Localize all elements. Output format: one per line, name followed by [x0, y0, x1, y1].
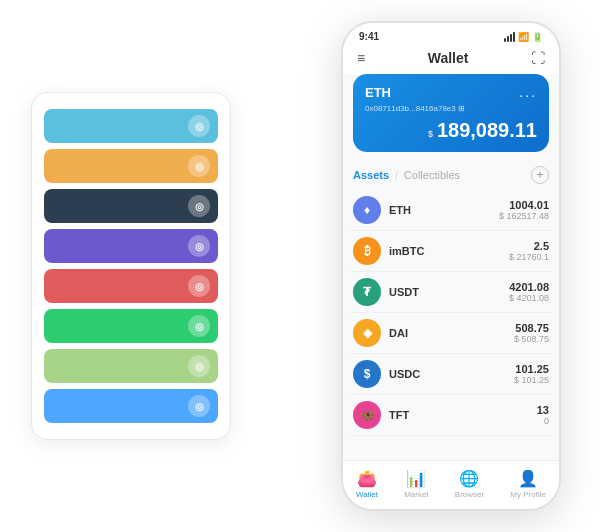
eth-balance: $189,089.11 — [365, 119, 537, 142]
asset-row-dai[interactable]: ◈DAI508.75$ 508.75 — [349, 313, 553, 354]
bottom-nav-icon-wallet: 👛 — [357, 469, 377, 488]
bottom-nav-icon-browser: 🌐 — [459, 469, 479, 488]
bottom-nav: 👛Wallet📊Market🌐Browser👤My Profile — [343, 460, 559, 509]
stack-row-1[interactable]: ◎ — [44, 149, 218, 183]
bottom-nav-icon-market: 📊 — [406, 469, 426, 488]
asset-amount-imbtc: 2.5 — [509, 240, 549, 252]
signal-bar-3 — [510, 34, 512, 42]
bottom-nav-label-browser: Browser — [455, 490, 484, 499]
assets-tab-active[interactable]: Assets — [353, 169, 389, 181]
asset-usd-imbtc: $ 21760.1 — [509, 252, 549, 262]
asset-list: ♦ETH1004.01$ 162517.48₿imBTC2.5$ 21760.1… — [343, 190, 559, 460]
eth-currency: $ — [428, 129, 433, 139]
asset-amount-usdt: 4201.08 — [509, 281, 549, 293]
stack-row-icon-5: ◎ — [188, 315, 210, 337]
signal-bars — [504, 32, 515, 42]
eth-address-icon: ⊞ — [458, 104, 465, 113]
asset-amount-tft: 13 — [537, 404, 549, 416]
signal-bar-4 — [513, 32, 515, 42]
asset-name-imbtc: imBTC — [389, 245, 509, 257]
asset-icon-eth: ♦ — [353, 196, 381, 224]
asset-usd-dai: $ 508.75 — [514, 334, 549, 344]
status-bar: 9:41 📶 🔋 — [343, 23, 559, 46]
stack-row-icon-2: ◎ — [188, 195, 210, 217]
wifi-icon: 📶 — [518, 32, 529, 42]
asset-name-usdc: USDC — [389, 368, 514, 380]
stack-row-icon-4: ◎ — [188, 275, 210, 297]
eth-card: ETH ... 0x08711d3b...8416a78e3 ⊞ $189,08… — [353, 74, 549, 152]
bottom-nav-label-wallet: Wallet — [356, 490, 378, 499]
bottom-nav-item-my-profile[interactable]: 👤My Profile — [510, 469, 546, 499]
asset-usd-usdc: $ 101.25 — [514, 375, 549, 385]
menu-icon[interactable]: ≡ — [357, 50, 365, 66]
stack-row-5[interactable]: ◎ — [44, 309, 218, 343]
asset-usd-usdt: $ 4201.08 — [509, 293, 549, 303]
asset-amount-dai: 508.75 — [514, 322, 549, 334]
asset-row-usdt[interactable]: ₮USDT4201.08$ 4201.08 — [349, 272, 553, 313]
asset-icon-dai: ◈ — [353, 319, 381, 347]
asset-name-dai: DAI — [389, 327, 514, 339]
asset-name-usdt: USDT — [389, 286, 509, 298]
stack-row-4[interactable]: ◎ — [44, 269, 218, 303]
stack-row-3[interactable]: ◎ — [44, 229, 218, 263]
bottom-nav-label-market: Market — [404, 490, 428, 499]
bottom-nav-item-wallet[interactable]: 👛Wallet — [356, 469, 378, 499]
battery-icon: 🔋 — [532, 32, 543, 42]
eth-card-menu[interactable]: ... — [519, 84, 537, 100]
asset-icon-tft: 🦋 — [353, 401, 381, 429]
eth-address-text: 0x08711d3b...8416a78e3 — [365, 104, 456, 113]
eth-card-header: ETH ... — [365, 84, 537, 100]
add-asset-button[interactable]: + — [531, 166, 549, 184]
eth-card-title: ETH — [365, 85, 391, 100]
asset-amounts-tft: 130 — [537, 404, 549, 426]
scene: ◎◎◎◎◎◎◎◎ 9:41 📶 🔋 ≡ Wallet ⛶ — [11, 11, 591, 521]
assets-divider: / — [395, 170, 398, 181]
asset-amount-eth: 1004.01 — [499, 199, 549, 211]
stack-row-icon-7: ◎ — [188, 395, 210, 417]
stack-row-icon-0: ◎ — [188, 115, 210, 137]
assets-tab-collectibles[interactable]: Collectibles — [404, 169, 460, 181]
status-icons: 📶 🔋 — [504, 32, 543, 42]
bottom-nav-item-browser[interactable]: 🌐Browser — [455, 469, 484, 499]
assets-tabs: Assets / Collectibles — [353, 169, 460, 181]
expand-icon[interactable]: ⛶ — [531, 50, 545, 66]
bottom-nav-item-market[interactable]: 📊Market — [404, 469, 428, 499]
stack-row-0[interactable]: ◎ — [44, 109, 218, 143]
asset-icon-imbtc: ₿ — [353, 237, 381, 265]
asset-amounts-usdc: 101.25$ 101.25 — [514, 363, 549, 385]
stack-row-2[interactable]: ◎ — [44, 189, 218, 223]
asset-row-tft[interactable]: 🦋TFT130 — [349, 395, 553, 436]
asset-amount-usdc: 101.25 — [514, 363, 549, 375]
eth-address: 0x08711d3b...8416a78e3 ⊞ — [365, 104, 537, 113]
asset-amounts-imbtc: 2.5$ 21760.1 — [509, 240, 549, 262]
asset-name-eth: ETH — [389, 204, 499, 216]
asset-usd-eth: $ 162517.48 — [499, 211, 549, 221]
bottom-nav-label-my-profile: My Profile — [510, 490, 546, 499]
asset-amounts-dai: 508.75$ 508.75 — [514, 322, 549, 344]
signal-bar-1 — [504, 38, 506, 42]
stack-row-6[interactable]: ◎ — [44, 349, 218, 383]
asset-usd-tft: 0 — [537, 416, 549, 426]
asset-row-eth[interactable]: ♦ETH1004.01$ 162517.48 — [349, 190, 553, 231]
bottom-nav-icon-my-profile: 👤 — [518, 469, 538, 488]
phone-content: ETH ... 0x08711d3b...8416a78e3 ⊞ $189,08… — [343, 74, 559, 460]
stack-row-icon-3: ◎ — [188, 235, 210, 257]
asset-amounts-eth: 1004.01$ 162517.48 — [499, 199, 549, 221]
asset-name-tft: TFT — [389, 409, 537, 421]
nav-title: Wallet — [428, 50, 469, 66]
phone-mockup: 9:41 📶 🔋 ≡ Wallet ⛶ ETH — [341, 21, 561, 511]
stack-row-7[interactable]: ◎ — [44, 389, 218, 423]
eth-balance-value: 189,089.11 — [437, 119, 537, 141]
phone-nav: ≡ Wallet ⛶ — [343, 46, 559, 74]
asset-row-imbtc[interactable]: ₿imBTC2.5$ 21760.1 — [349, 231, 553, 272]
assets-header: Assets / Collectibles + — [343, 162, 559, 190]
signal-bar-2 — [507, 36, 509, 42]
status-time: 9:41 — [359, 31, 379, 42]
asset-row-usdc[interactable]: $USDC101.25$ 101.25 — [349, 354, 553, 395]
asset-amounts-usdt: 4201.08$ 4201.08 — [509, 281, 549, 303]
asset-icon-usdt: ₮ — [353, 278, 381, 306]
stack-row-icon-1: ◎ — [188, 155, 210, 177]
card-stack: ◎◎◎◎◎◎◎◎ — [31, 92, 231, 440]
asset-icon-usdc: $ — [353, 360, 381, 388]
stack-row-icon-6: ◎ — [188, 355, 210, 377]
